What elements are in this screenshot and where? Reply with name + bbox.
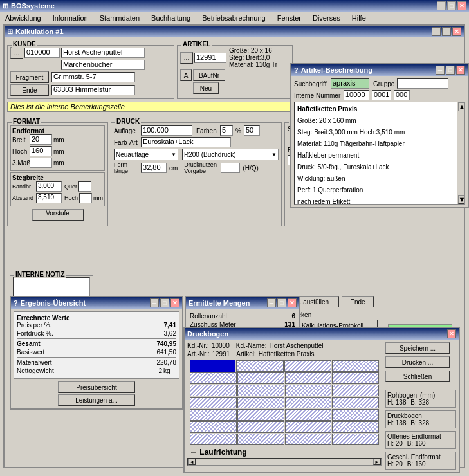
artikel-id-field[interactable]: 12991 [194, 53, 226, 63]
menu-information[interactable]: Information [50, 13, 91, 23]
gruppe-label: Gruppe [373, 80, 396, 87]
farben-field[interactable]: 5 [220, 125, 233, 136]
ergebnis-maximize[interactable]: □ [160, 298, 169, 307]
kd-name-label: Kd.-Name: [236, 342, 267, 349]
fortdruck-label: Fortdruck %. [17, 330, 149, 337]
ergebnis-close[interactable]: ✕ [170, 298, 179, 307]
druck-panel: DRUCK Auflage 100.000 Farben 5 % 50 Farb… [111, 122, 282, 226]
menu-betriebsabrechnung[interactable]: Betriebsabrechnung [199, 13, 268, 23]
ab-minimize-btn[interactable]: ─ [436, 66, 445, 75]
menu-abwicklung[interactable]: Abwicklung [3, 13, 44, 23]
offenes-title: Offenes Endformat [387, 433, 454, 440]
druckbogen-close[interactable]: ✕ [447, 329, 456, 338]
farbart-field[interactable]: Euroskala+Lack [141, 137, 231, 147]
schliessen-btn[interactable]: Schließen [385, 371, 450, 382]
beschreibung-scroll-area[interactable]: Haftetiketten Praxis Größe: 20 x 160 mm … [294, 102, 465, 205]
interne-notiz-label: INTERNE NOTIZ [14, 271, 66, 278]
formlange-row: Form-länge 32,80 cm DrucknutzenVorgabe (… [114, 161, 279, 174]
kunde-dots-btn[interactable]: ... [10, 47, 23, 59]
kunde-id-row: ... 010000 Horst Aschenputtel [10, 47, 171, 59]
minimize-btn[interactable]: ─ [437, 1, 446, 10]
gesamt-val: 740,95 [144, 340, 176, 347]
interne-nr-1[interactable]: 10000 [344, 90, 369, 100]
preisübersicht-btn[interactable]: Preisübersicht [58, 381, 135, 393]
laufrichtung-label: ← Laufrichtung [187, 448, 382, 457]
close-btn[interactable]: ✕ [457, 1, 466, 10]
menu-diverses[interactable]: Diverses [310, 13, 343, 23]
menu-buchhaltung[interactable]: Buchhaltung [149, 13, 193, 23]
ab-close-btn[interactable]: ✕ [456, 66, 465, 75]
interne-nr-2[interactable]: 0001 [372, 90, 391, 100]
farbpct-field[interactable]: 50 [244, 125, 260, 136]
interne-nr-3[interactable]: 000 [394, 90, 410, 100]
r200-dropdown[interactable]: R200 (Buchdruck) ▼ [182, 149, 279, 160]
hoch2-field[interactable] [79, 193, 92, 203]
quer-field[interactable] [78, 181, 91, 192]
artikel-dots-btn[interactable]: ... [180, 52, 193, 64]
neuauflage-dropdown[interactable]: Neuauflage ▼ [114, 149, 178, 160]
mengen-maximize[interactable]: □ [277, 298, 286, 307]
suchbegriff-label: Suchbegriff [294, 80, 329, 87]
grid-cell-hatch-9 [237, 385, 284, 396]
scrollbar-down-btn[interactable]: ▼ [458, 195, 464, 204]
mengen-close[interactable]: ✕ [288, 298, 297, 307]
mengen-minimize[interactable]: ─ [267, 298, 276, 307]
breit-label: Breit [12, 136, 28, 143]
endformat-label: Endformat [12, 127, 103, 134]
leistungen-btn[interactable]: Leistungen a... [58, 394, 135, 406]
hoch2-label: Hoch [64, 195, 78, 201]
menu-hilfe[interactable]: Hilfe [349, 13, 369, 23]
art-nr-val: 12991 [212, 351, 230, 358]
kunde-panel: KUNDE ... 010000 Horst Aschenputtel Märc… [7, 45, 174, 99]
artikel-neu-btn[interactable]: Neu [193, 82, 219, 94]
druckbogen-buttons: ✕ [447, 329, 456, 338]
formlange-unit: cm [169, 165, 178, 172]
bandbr-field[interactable]: 3,000 [36, 181, 62, 192]
grid-cell-hatch-10 [285, 385, 332, 396]
kunde-fragment-btn[interactable]: Fragment [10, 71, 49, 83]
auflage-field[interactable]: 100.000 [141, 125, 192, 136]
maximize-btn[interactable]: □ [447, 1, 456, 10]
grid-cell-hatch-13 [237, 397, 284, 408]
main-minimize-btn[interactable]: ─ [432, 27, 441, 36]
rohbogen-title: Rohbogen (mm) [387, 392, 454, 399]
vorstufe-btn[interactable]: Vorstufe [32, 209, 84, 221]
ab-maximize-btn[interactable]: □ [446, 66, 455, 75]
kunde-street-field[interactable]: Grimmstr. 5-7 [51, 72, 135, 82]
rollenanzahl-label: Rollenanzahl [190, 313, 275, 320]
hscroll-left-btn[interactable]: ◄ [188, 459, 196, 465]
artikel-a-btn[interactable]: A [180, 69, 192, 81]
grid-cell-hatch-26 [285, 434, 332, 445]
ergebnis-minimize[interactable]: ─ [150, 298, 159, 307]
hoch-field[interactable]: 160 [30, 146, 52, 156]
formlange-field[interactable]: 32,80 [141, 163, 167, 173]
beschreibung-scrollbar[interactable]: ▲ ▼ [457, 102, 464, 204]
drucknutzen-field[interactable] [221, 163, 240, 173]
ende-btn[interactable]: Ende [342, 296, 374, 307]
drucken-btn[interactable]: Drucken ... [385, 356, 450, 368]
speichern-btn[interactable]: Speichern ... [385, 342, 450, 354]
abstand-field[interactable]: 3,510 [36, 193, 62, 203]
dreimass-field[interactable] [30, 158, 52, 168]
menu-fenster[interactable]: Fenster [275, 13, 304, 23]
main-close-btn[interactable]: ✕ [452, 27, 461, 36]
breit-field[interactable]: 20 [30, 134, 52, 145]
hscroll-right-btn[interactable]: ► [373, 459, 381, 465]
kunde-city-field[interactable]: 63303 Himmelstür [51, 85, 135, 95]
menu-bar: Abwicklung Information Stammdaten Buchha… [0, 12, 469, 24]
main-window-title: Kalkulation #1 [15, 28, 64, 35]
suchbegriff-field[interactable]: apraxis [331, 78, 369, 89]
beschreibung-line-8: nach jedem Etikett [296, 196, 455, 205]
kunde-name-field[interactable]: Horst Aschenputtel [61, 48, 145, 58]
gruppe-field[interactable] [397, 78, 448, 89]
druckbogen-hscrollbar[interactable]: ◄ ► [187, 458, 382, 466]
menu-stammdaten[interactable]: Stammdaten [97, 13, 142, 23]
kunde-ende-btn[interactable]: Ende [10, 84, 49, 96]
main-maximize-btn[interactable]: □ [442, 27, 451, 36]
grid-cell-hatch-12 [190, 397, 237, 408]
kunde-company-field[interactable]: Märchenbücher [61, 60, 145, 70]
kunde-id-field[interactable]: 010000 [24, 48, 60, 58]
scrollbar-up-btn[interactable]: ▲ [458, 102, 464, 111]
artikel-baufnr-btn[interactable]: BAufNr [193, 69, 225, 81]
grid-cell-hatch-22 [285, 421, 332, 433]
